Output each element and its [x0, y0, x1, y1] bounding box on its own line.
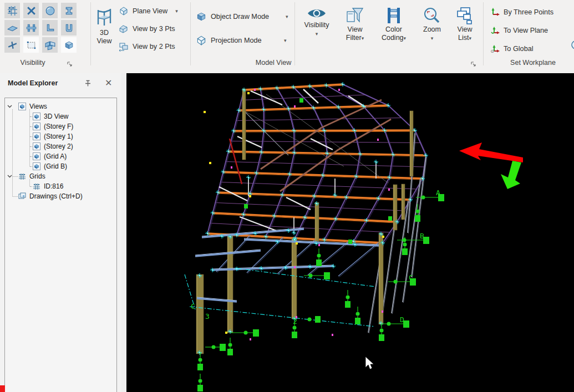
grid-label-c: C — [409, 273, 413, 282]
3d-frame-icon — [94, 7, 115, 28]
grid-points-icon[interactable] — [4, 3, 20, 18]
visibility-dialog-launcher[interactable] — [67, 59, 73, 65]
tree-item-label: Grids — [29, 172, 45, 180]
cursor-arrow — [365, 357, 374, 369]
tree-item-label: Drawings (Ctrl+D) — [29, 192, 83, 200]
object-draw-mode-button[interactable]: Object Draw Mode ▾ — [195, 9, 295, 24]
visibility-button[interactable]: Visibility ▾ — [299, 3, 334, 58]
grid-label-floor-2: 2 — [293, 317, 297, 325]
view-icon — [33, 123, 40, 130]
workplane-view-plane-icon — [490, 26, 500, 35]
tree-item-label: Views — [29, 103, 47, 110]
view-by-3pts-icon — [118, 23, 129, 34]
color-coding-icon — [386, 7, 402, 24]
axis-indicator — [459, 142, 523, 189]
color-coding-button[interactable]: Color Coding▾ — [376, 3, 412, 58]
grid-label-floor-3: 3 — [205, 312, 210, 320]
view-icon — [33, 152, 40, 160]
tree-item-label: (Storey 1) — [44, 133, 73, 140]
tree-item-grid-a[interactable]: (Grid A) — [5, 151, 116, 161]
plate-icon[interactable] — [4, 20, 20, 35]
tree-item-3d-view[interactable]: 3D View — [5, 111, 116, 121]
drawings-icon — [18, 192, 26, 200]
view-list-button[interactable]: View List▾ — [449, 3, 480, 58]
view-icon — [33, 162, 40, 170]
view-by-2-pts-button[interactable]: View by 2 Pts — [118, 39, 175, 54]
visibility-group-label: Visibility — [0, 59, 65, 67]
right-wall-rails — [368, 133, 427, 333]
tree-item-label: (Storey F) — [44, 123, 73, 130]
supports — [197, 98, 444, 391]
clipped-ribbon-icon[interactable] — [569, 40, 574, 52]
structure-3d-model: ABCDC32 — [126, 73, 574, 392]
view-icon — [33, 142, 40, 150]
application-window: { "ribbon": { "groups": { "visibility": … — [0, 0, 574, 392]
to-view-plane-button[interactable]: To View Plane — [490, 23, 548, 38]
pin-icon[interactable] — [84, 79, 92, 90]
axes-icon[interactable] — [4, 37, 20, 53]
axis-arrow-green — [501, 161, 521, 189]
grid-label-b: B — [420, 232, 424, 240]
panel-title: Model Explorer — [8, 79, 58, 87]
chevron-down-icon[interactable] — [7, 105, 12, 108]
to-global-button[interactable]: G To Global — [490, 41, 534, 57]
grid-label-a: A — [436, 189, 440, 197]
projection-mode-button[interactable]: Projection Mode ▾ — [195, 33, 295, 48]
i-beam-icon[interactable] — [61, 3, 77, 18]
view-filter-button[interactable]: View Filter▾ — [338, 3, 372, 58]
mouse-cursor — [365, 357, 374, 369]
projection-mode-icon — [195, 34, 207, 47]
grid-label-floor-c: C — [191, 302, 195, 310]
view-icon — [18, 103, 26, 110]
tree-item-label: (Grid B) — [44, 162, 67, 170]
model-view-dialog-launcher[interactable] — [470, 59, 476, 65]
selection-area-icon[interactable] — [23, 37, 39, 53]
tree-item-storey-f[interactable]: (Storey F) — [5, 121, 116, 131]
grid-icon — [18, 172, 26, 180]
tree-item-views[interactable]: Views — [5, 101, 116, 111]
model-view-group-label: Model View — [195, 59, 352, 67]
close-icon[interactable]: ✕ — [105, 78, 112, 88]
panel-viewport-gap — [121, 73, 126, 392]
view-filter-icon — [346, 7, 364, 24]
tree-item-label: 3D View — [44, 113, 68, 120]
sphere-icon[interactable] — [42, 3, 58, 18]
model-viewport[interactable]: ABCDC32 — [126, 73, 574, 392]
view-by-3-pts-button[interactable]: View by 3 Pts — [118, 21, 175, 37]
ribbon-toolbar: Visibility 3D View Plane View ▾ Vie — [0, 0, 574, 74]
status-red-square — [0, 385, 5, 392]
tree-item-label: (Grid A) — [44, 152, 67, 160]
tree-item-label: (Storey 2) — [44, 142, 73, 150]
view-list-icon — [456, 7, 474, 24]
tree-item-grids[interactable]: Grids — [5, 171, 116, 181]
tree-item-storey-2[interactable]: (Storey 2) — [5, 141, 116, 151]
channel-icon[interactable] — [61, 20, 77, 35]
by-three-points-button[interactable]: By Three Points — [490, 4, 553, 20]
view-icon — [33, 133, 40, 140]
tree-item-id-816[interactable]: ID:816 — [5, 181, 116, 191]
cross-icon[interactable] — [23, 3, 39, 18]
angle-icon[interactable] — [42, 20, 58, 35]
plane-view-button[interactable]: Plane View ▾ — [118, 3, 178, 19]
panels-icon[interactable] — [42, 37, 58, 53]
tree-item-drawings-ctrl-d[interactable]: Drawings (Ctrl+D) — [5, 191, 116, 201]
svg-text:G: G — [491, 49, 494, 53]
chevron-down-icon[interactable] — [7, 175, 12, 178]
eye-icon — [307, 7, 327, 20]
object-draw-mode-icon — [195, 11, 207, 23]
axis-arrow-red — [459, 142, 523, 162]
tree-item-label: ID:816 — [44, 182, 63, 190]
3d-view-button[interactable]: 3D View — [91, 3, 118, 58]
plane-view-cube-icon — [118, 6, 129, 17]
workplane-global-icon: G — [490, 44, 500, 54]
solid-cube-icon[interactable] — [61, 37, 77, 53]
zoom-button[interactable]: Zoom ▾ — [416, 3, 448, 58]
tree-item-grid-b[interactable]: (Grid B) — [5, 161, 116, 171]
model-explorer-panel: Model Explorer ✕ Views3D View(Storey F)(… — [0, 73, 122, 392]
grid-label-d: D — [400, 315, 404, 324]
zoom-icon — [423, 7, 441, 24]
stiffened-beam-icon[interactable] — [23, 20, 39, 35]
explorer-tree: Views3D View(Storey F)(Storey 1)(Storey … — [4, 98, 117, 392]
tree-item-storey-1[interactable]: (Storey 1) — [5, 131, 116, 141]
view-by-2pts-icon — [118, 41, 129, 52]
